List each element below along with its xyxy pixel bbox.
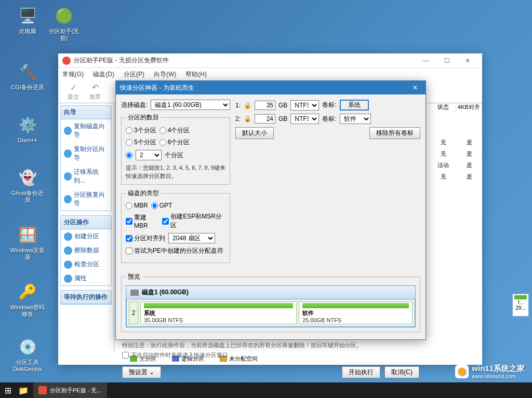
desktop-icon-cgi[interactable]: 🔨CGI备份还原 xyxy=(9,61,46,91)
taskbar-explorer[interactable]: 📁 xyxy=(16,382,31,398)
panel-header: 分区操作 xyxy=(61,216,111,229)
check-rebuild[interactable]: 重建MBR xyxy=(126,213,159,229)
start-button[interactable]: ⊞ xyxy=(0,382,16,398)
check-auto-open[interactable]: 下次启动软件时直接进入快速分区窗口 xyxy=(122,351,419,359)
default-size-button[interactable]: 默认大小 xyxy=(235,127,274,139)
close-button[interactable]: ✕ xyxy=(457,53,478,67)
usage-bar xyxy=(514,295,527,299)
menu-disk[interactable]: 磁盘(D) xyxy=(93,70,114,79)
volume-label-select[interactable]: 系统 xyxy=(340,100,369,111)
note-section: 特别注意：执行此操作后，当前所选磁盘上已经存在的所有分区将被删除！按回车键开始分… xyxy=(116,341,425,363)
remove-labels-button[interactable]: 移除所有卷标 xyxy=(369,127,420,139)
desktop-icon-wininstall[interactable]: 🪟Windows安装器 xyxy=(9,224,46,260)
disk-icon xyxy=(130,290,139,296)
quick-partition-dialog: 快速分区神器 - 为装机而生 ✕ 选择磁盘: 磁盘1 (60.00GB) 分区的… xyxy=(115,80,426,340)
op-icon xyxy=(64,232,72,241)
op-check[interactable]: 检查分区 xyxy=(61,257,111,271)
start-button[interactable]: 开始执行 xyxy=(342,366,380,378)
radio-6[interactable]: 6个分区 xyxy=(159,138,190,147)
wizard-copy-disk[interactable]: 复制磁盘向导 xyxy=(61,119,111,142)
disk-select-row: 选择磁盘: 磁盘1 (60.00GB) xyxy=(121,100,230,110)
op-wipe[interactable]: 擦除数据 xyxy=(61,243,111,257)
desktop-icon-partition[interactable]: 🟢分区助手(无损) xyxy=(46,5,82,42)
wizard-recover[interactable]: 分区恢复向导 xyxy=(61,188,111,211)
left-panel: 向导 复制磁盘向导 复制分区向导 迁移系统到... 分区恢复向导 分区操作 创建… xyxy=(58,103,114,352)
hint-text: 提示：您能按1, 2, 3, 4, 5, 6, 7, 8, 9键来快速选择分区数… xyxy=(126,163,225,180)
desktop-icon-diskgenius[interactable]: 💿分区工具DiskGenius xyxy=(9,336,46,373)
key-icon: 🔑 xyxy=(17,281,38,302)
table-row[interactable]: 无是 xyxy=(430,139,482,150)
check-esp[interactable]: 创建ESP和MSR分区 xyxy=(162,212,225,230)
radio-custom[interactable] xyxy=(126,152,132,159)
panel-wizard: 向导 复制磁盘向导 复制分区向导 迁移系统到... 分区恢复向导 xyxy=(60,105,112,211)
desktop-icon-password[interactable]: 🔑Windows密码修改 xyxy=(9,281,46,318)
taskbar: ⊞ 📁 分区助手PE版 - 无... xyxy=(0,382,532,398)
toolbar-discard[interactable]: ↶放弃 xyxy=(84,83,106,101)
size-input[interactable] xyxy=(255,114,275,123)
cancel-button[interactable]: 取消(C) xyxy=(384,366,419,378)
table-row[interactable]: 无是 xyxy=(430,150,482,161)
radio-5[interactable]: 5个分区 xyxy=(126,138,156,147)
lock-icon: 🔒 xyxy=(244,115,251,122)
panel-header: 向导 xyxy=(61,106,111,119)
volume-label-select[interactable]: 软件 xyxy=(340,114,371,124)
drive-letter: I:.. xyxy=(514,299,527,305)
toolbar-commit[interactable]: ✓提交 xyxy=(62,83,84,101)
dialog-buttons: 预设置 ⌄ 开始执行 取消(C) xyxy=(116,363,425,383)
usage-bar xyxy=(144,303,293,308)
row-num: 1: xyxy=(235,102,241,109)
preset-button[interactable]: 预设置 ⌄ xyxy=(122,366,161,378)
app-icon: 🟢 xyxy=(54,5,74,26)
taskbar-app[interactable]: 分区助手PE版 - 无... xyxy=(33,382,107,398)
pc-icon: 🖥️ xyxy=(17,5,38,26)
table-row[interactable]: 活动是 xyxy=(430,161,482,173)
check-align[interactable]: 分区对齐到 xyxy=(126,234,165,243)
disk-select[interactable]: 磁盘1 (60.00GB) xyxy=(151,100,230,110)
desktop-icon-thispc[interactable]: 🖥️此电脑 xyxy=(9,5,46,35)
preview-section: 预览 磁盘1 (60.00GB) 2 系统 35.00GB NTFS 软件 25… xyxy=(116,272,425,341)
size-input[interactable] xyxy=(255,101,275,110)
table-row[interactable]: 无是 xyxy=(430,173,482,184)
preview-partition[interactable]: 软件 25.00GB NTFS xyxy=(299,301,413,324)
fs-select[interactable]: NTFS xyxy=(290,114,319,124)
col-4kb: 4KB对齐 xyxy=(456,103,482,114)
op-props[interactable]: 属性 xyxy=(61,271,111,285)
disk-label: 选择磁盘: xyxy=(121,101,148,109)
dialog-close-button[interactable]: ✕ xyxy=(409,84,421,91)
menu-help[interactable]: 帮助(H) xyxy=(185,70,207,79)
usage-bar xyxy=(302,303,409,308)
wizard-migrate[interactable]: 迁移系统到... xyxy=(61,165,111,188)
radio-mbr[interactable]: MBR xyxy=(126,202,148,209)
op-create[interactable]: 创建分区 xyxy=(61,229,111,243)
partition-count-tab: 2 xyxy=(129,301,138,324)
align-select[interactable]: 2048 扇区 xyxy=(168,233,215,243)
desktop-icon-ghost[interactable]: 👻Ghost备份还原 xyxy=(9,167,46,203)
radio-gpt[interactable]: GPT xyxy=(151,202,172,209)
hammer-icon: 🔨 xyxy=(17,61,38,82)
disk-type-group: 磁盘的类型 MBR GPT 重建MBR 创建ESP和MSR分区 分区对齐到 20… xyxy=(121,189,230,263)
preview-fieldset: 预览 磁盘1 (60.00GB) 2 系统 35.00GB NTFS 软件 25… xyxy=(121,272,420,332)
radio-4[interactable]: 4个分区 xyxy=(159,126,190,135)
group-legend: 磁盘的类型 xyxy=(126,189,161,198)
drive-mini[interactable]: I:.. 29... xyxy=(512,293,529,317)
desktop-icon-dism[interactable]: ⚙️Dism++ xyxy=(9,114,46,144)
minimize-button[interactable]: — xyxy=(416,53,436,67)
dialog-left-column: 选择磁盘: 磁盘1 (60.00GB) 分区的数目 3个分区 4个分区 5个分区… xyxy=(121,100,230,267)
maximize-button[interactable]: ☐ xyxy=(436,53,457,67)
panel-pending: 等待执行的操作 xyxy=(60,290,112,305)
gear-icon: ⚙️ xyxy=(17,114,38,135)
radio-3[interactable]: 3个分区 xyxy=(126,126,156,135)
custom-count-select[interactable]: 2 xyxy=(136,150,162,160)
watermark-icon: ⬢ xyxy=(455,365,469,378)
fs-select[interactable]: NTFS xyxy=(290,100,319,111)
partition-count-group: 分区的数目 3个分区 4个分区 5个分区 6个分区 2 个分区 提示：您能按1,… xyxy=(121,113,230,185)
menu-partition[interactable]: 分区(P) xyxy=(124,70,144,79)
wizard-copy-partition[interactable]: 复制分区向导 xyxy=(61,142,111,165)
menu-wizard[interactable]: 向导(W) xyxy=(154,70,176,79)
check-trype[interactable]: 尝试为PE中创建的分区分配盘符 xyxy=(126,246,223,255)
dialog-title: 快速分区神器 - 为装机而生 xyxy=(120,84,409,92)
watermark: ⬢ win11系统之家 www.relsound.com xyxy=(455,364,525,379)
table-rows: 无是 无是 活动是 无是 xyxy=(430,139,482,184)
menu-general[interactable]: 常规(G) xyxy=(62,70,84,79)
preview-partition[interactable]: 系统 35.00GB NTFS xyxy=(140,301,297,324)
